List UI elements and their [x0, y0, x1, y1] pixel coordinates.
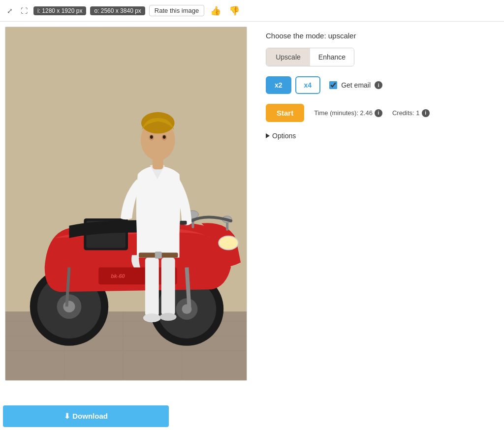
output-size-badge: o: 2560 x 3840 px	[90, 6, 145, 15]
get-email-checkbox[interactable]	[329, 81, 337, 89]
mode-label: Choose the mode: upscaler	[266, 31, 499, 40]
svg-point-16	[219, 236, 238, 250]
start-button[interactable]: Start	[266, 104, 304, 122]
fit-icon: ⛶	[21, 7, 28, 15]
main-layout: bk-60	[0, 22, 504, 408]
expand-icon: ⤢	[7, 7, 13, 15]
svg-rect-30	[155, 252, 162, 259]
right-panel: Choose the mode: upscaler Upscale Enhanc…	[266, 27, 499, 408]
svg-point-28	[160, 313, 177, 321]
credits-label: Credits: 1	[392, 109, 420, 117]
svg-point-37	[163, 135, 166, 139]
fit-icon-btn[interactable]: ⛶	[19, 5, 30, 17]
time-label: Time (minutes): 2.46	[314, 109, 373, 117]
svg-rect-25	[145, 258, 159, 317]
enhance-mode-button[interactable]: Enhance	[310, 48, 354, 66]
input-size-badge: i: 1280 x 1920 px	[33, 6, 86, 15]
scale-row: x2 x4 Get email i	[266, 76, 499, 94]
scene-svg: bk-60	[5, 27, 247, 380]
thumbdown-button[interactable]: 👎	[227, 4, 242, 17]
svg-rect-26	[161, 258, 175, 316]
svg-point-36	[150, 135, 153, 139]
image-panel: bk-60	[5, 27, 251, 408]
get-email-label: Get email	[341, 81, 371, 89]
email-row: Get email i	[329, 81, 382, 89]
options-label: Options	[272, 132, 296, 140]
email-info-icon[interactable]: i	[375, 81, 382, 89]
credits-info: Credits: 1 i	[392, 109, 430, 117]
expand-icon-btn[interactable]: ⤢	[5, 5, 15, 17]
upscale-mode-button[interactable]: Upscale	[266, 48, 310, 66]
svg-point-11	[63, 301, 75, 312]
start-row: Start Time (minutes): 2.46 i Credits: 1 …	[266, 104, 499, 122]
time-info: Time (minutes): 2.46 i	[314, 109, 382, 117]
thumbup-button[interactable]: 👍	[208, 4, 223, 17]
toolbar: ⤢ ⛶ i: 1280 x 1920 px o: 2560 x 3840 px …	[0, 0, 504, 22]
x4-scale-button[interactable]: x4	[295, 76, 321, 94]
time-info-icon[interactable]: i	[375, 109, 382, 117]
svg-text:bk-60: bk-60	[111, 273, 125, 279]
svg-rect-38	[180, 221, 187, 225]
options-triangle-icon	[266, 133, 270, 138]
svg-point-27	[143, 313, 161, 322]
image-display: bk-60	[5, 27, 247, 381]
mode-toggle: Upscale Enhance	[266, 48, 354, 66]
options-row[interactable]: Options	[266, 132, 499, 140]
credits-info-icon[interactable]: i	[422, 109, 430, 117]
x2-scale-button[interactable]: x2	[266, 76, 291, 94]
download-button[interactable]: ⬇ Download	[3, 405, 169, 427]
rate-button[interactable]: Rate this image	[149, 5, 204, 16]
